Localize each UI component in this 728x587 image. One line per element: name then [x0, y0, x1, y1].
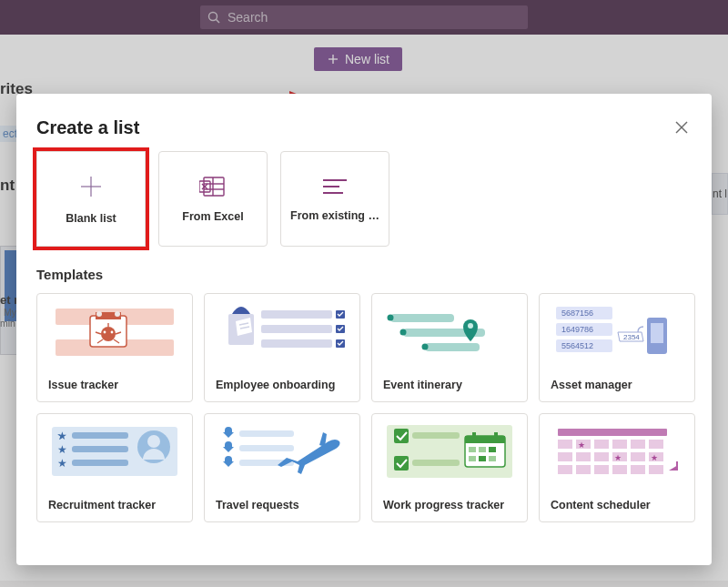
- template-event-itinerary[interactable]: Event itinerary: [371, 293, 528, 402]
- svg-rect-98: [594, 452, 609, 461]
- svg-rect-104: [594, 465, 609, 474]
- svg-text:5564512: 5564512: [561, 341, 593, 350]
- svg-point-49: [422, 344, 429, 350]
- template-thumb: ★ ★ ★: [540, 414, 694, 489]
- svg-rect-103: [576, 465, 591, 474]
- travel-icon: [214, 420, 350, 483]
- svg-rect-95: [649, 440, 663, 449]
- svg-rect-96: [558, 452, 572, 461]
- svg-rect-67: [72, 446, 128, 452]
- excel-icon: [199, 176, 227, 197]
- svg-rect-90: [558, 440, 572, 449]
- svg-point-50: [468, 323, 473, 329]
- recruitment-icon: ★ ★ ★: [46, 420, 183, 483]
- template-work-progress[interactable]: Work progress tracker: [371, 413, 528, 522]
- svg-point-48: [400, 329, 407, 336]
- svg-rect-10: [204, 177, 224, 196]
- svg-rect-97: [576, 452, 591, 461]
- svg-rect-112: [676, 461, 678, 471]
- svg-rect-75: [412, 432, 460, 439]
- svg-rect-71: [239, 430, 294, 437]
- svg-rect-89: [558, 429, 667, 436]
- close-button[interactable]: [675, 121, 688, 137]
- svg-rect-86: [469, 456, 476, 461]
- svg-rect-107: [649, 465, 663, 474]
- template-issue-tracker[interactable]: Issue tracker: [36, 293, 193, 402]
- template-thumb: 5687156 1649786 5564512 2354: [540, 294, 694, 369]
- template-thumb: [205, 414, 359, 489]
- option-blank-label: Blank list: [66, 212, 116, 225]
- template-thumb: [372, 414, 527, 489]
- template-label: Work progress tracker: [372, 489, 527, 521]
- svg-rect-44: [390, 314, 454, 322]
- template-label: Recruitment tracker: [37, 489, 192, 521]
- template-travel-requests[interactable]: Travel requests: [204, 413, 360, 522]
- option-excel-label: From Excel: [182, 210, 243, 223]
- svg-rect-106: [631, 465, 645, 474]
- svg-rect-102: [558, 465, 572, 474]
- option-existing-label: From existing …: [290, 209, 379, 222]
- svg-rect-72: [239, 445, 294, 451]
- svg-text:★: ★: [57, 443, 67, 456]
- svg-text:2354: 2354: [623, 333, 640, 341]
- asset-manager-icon: 5687156 1649786 5564512 2354: [549, 299, 685, 363]
- svg-point-27: [104, 331, 106, 334]
- svg-rect-93: [612, 440, 627, 449]
- plus-icon: [78, 174, 104, 199]
- templates-heading: Templates: [36, 267, 692, 282]
- template-label: Travel requests: [205, 489, 359, 521]
- template-label: Event itinerary: [372, 369, 527, 401]
- svg-rect-105: [612, 465, 627, 474]
- svg-rect-34: [261, 310, 332, 319]
- templates-grid: Issue tracker: [36, 293, 692, 522]
- svg-point-24: [96, 311, 102, 317]
- svg-rect-78: [394, 456, 409, 471]
- svg-text:1649786: 1649786: [561, 325, 593, 334]
- template-thumb: ★ ★ ★: [37, 414, 192, 489]
- option-from-existing[interactable]: From existing …: [280, 151, 389, 247]
- template-label: Issue tracker: [37, 369, 192, 401]
- template-label: Content scheduler: [540, 489, 694, 521]
- svg-rect-76: [412, 460, 460, 466]
- svg-rect-84: [479, 447, 486, 452]
- svg-rect-77: [394, 429, 409, 443]
- svg-rect-46: [425, 343, 480, 351]
- list-icon: [321, 177, 349, 197]
- create-options-row: Blank list From Excel From existing …: [36, 151, 692, 247]
- svg-text:★: ★: [57, 457, 67, 470]
- svg-point-47: [388, 315, 394, 321]
- svg-rect-66: [72, 432, 128, 439]
- svg-rect-87: [479, 456, 486, 461]
- svg-rect-36: [261, 339, 332, 348]
- scheduler-icon: ★ ★ ★: [549, 420, 685, 483]
- option-blank-list[interactable]: Blank list: [36, 151, 146, 247]
- svg-text:★: ★: [651, 453, 658, 462]
- template-content-scheduler[interactable]: ★ ★ ★ Content scheduler: [539, 413, 695, 522]
- svg-rect-92: [594, 440, 609, 449]
- template-thumb: [37, 294, 192, 369]
- svg-text:★: ★: [578, 440, 585, 450]
- svg-rect-94: [631, 440, 645, 449]
- svg-point-70: [147, 435, 160, 448]
- template-asset-manager[interactable]: 5687156 1649786 5564512 2354 Asset manag…: [539, 293, 695, 402]
- template-recruitment-tracker[interactable]: ★ ★ ★ Recruitment tracker: [36, 413, 193, 522]
- option-from-excel[interactable]: From Excel: [158, 151, 268, 247]
- issue-tracker-icon: [46, 299, 183, 363]
- svg-rect-80: [465, 436, 505, 443]
- template-thumb: [372, 294, 527, 369]
- svg-rect-100: [631, 452, 645, 461]
- svg-rect-68: [72, 460, 128, 466]
- svg-text:5687156: 5687156: [561, 309, 593, 318]
- svg-text:★: ★: [57, 430, 67, 442]
- modal-title: Create a list: [36, 117, 692, 138]
- onboarding-icon: [214, 299, 350, 363]
- svg-rect-83: [469, 447, 476, 452]
- svg-text:★: ★: [614, 453, 622, 462]
- create-list-modal: Create a list Blank list From Excel: [16, 94, 712, 565]
- template-label: Asset manager: [540, 369, 694, 401]
- svg-rect-81: [472, 432, 476, 440]
- svg-point-28: [111, 331, 114, 334]
- progress-icon: [381, 420, 518, 483]
- template-employee-onboarding[interactable]: Employee onboarding: [204, 293, 360, 402]
- svg-point-25: [115, 311, 120, 317]
